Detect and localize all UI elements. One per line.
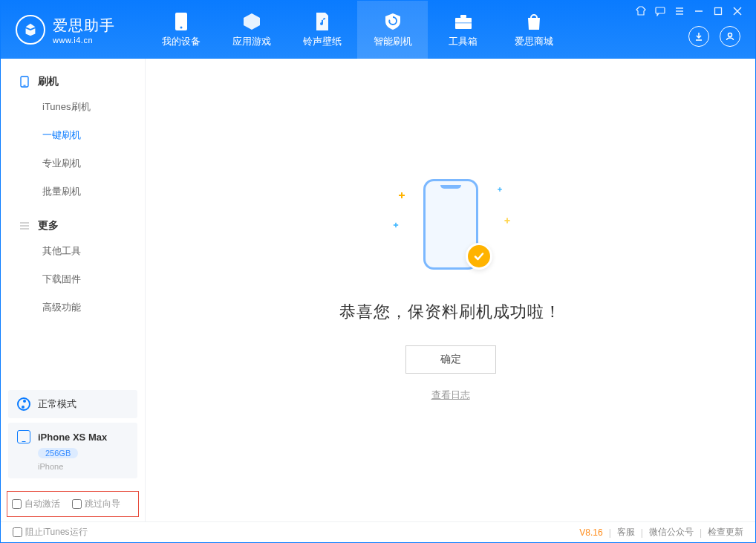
device-panel[interactable]: iPhone XS Max 256GB iPhone (8, 423, 137, 478)
app-url: www.i4.cn (53, 36, 115, 45)
tab-apps-games[interactable]: 应用游戏 (216, 1, 287, 59)
main-content: 恭喜您，保资料刷机成功啦！ 确定 查看日志 (146, 59, 755, 521)
logo-icon (16, 15, 45, 45)
svg-rect-10 (715, 8, 722, 15)
tab-my-device[interactable]: 我的设备 (146, 1, 216, 59)
skin-icon[interactable] (635, 5, 647, 17)
phone-small-icon (19, 76, 30, 88)
window-controls (635, 1, 746, 17)
device-name: iPhone XS Max (38, 432, 107, 443)
sidebar-item-advanced[interactable]: 高级功能 (1, 293, 145, 322)
mode-icon (17, 397, 30, 411)
tab-store[interactable]: 爱思商城 (498, 1, 569, 59)
sidebar-item-itunes-flash[interactable]: iTunes刷机 (1, 93, 145, 121)
view-log-link[interactable]: 查看日志 (431, 388, 470, 402)
footer-service-link[interactable]: 客服 (617, 526, 635, 539)
menu-icon[interactable] (674, 5, 685, 17)
tab-ringtone-wallpaper[interactable]: 铃声壁纸 (287, 1, 357, 59)
device-type: iPhone (38, 462, 128, 471)
success-illustration (384, 179, 518, 283)
mode-panel[interactable]: 正常模式 (8, 390, 137, 418)
footer: 阻止iTunes运行 V8.16 | 客服 | 微信公众号 | 检查更新 (1, 521, 755, 542)
sidebar-item-download-firmware[interactable]: 下载固件 (1, 265, 145, 293)
sidebar-item-pro-flash[interactable]: 专业刷机 (1, 149, 145, 178)
user-icon[interactable] (720, 26, 740, 47)
version-label: V8.16 (579, 527, 602, 538)
minimize-button[interactable] (693, 5, 705, 17)
sidebar-item-one-key-flash[interactable]: 一键刷机 (1, 121, 145, 149)
sidebar-item-other-tools[interactable]: 其他工具 (1, 237, 145, 265)
svg-rect-3 (460, 15, 466, 18)
checkbox-block-itunes[interactable]: 阻止iTunes运行 (13, 526, 88, 539)
bottom-checkbox-row: 自动激活 跳过向导 (7, 491, 139, 517)
list-icon (19, 220, 30, 232)
maximize-button[interactable] (712, 5, 724, 17)
footer-update-link[interactable]: 检查更新 (708, 526, 743, 539)
mode-label: 正常模式 (38, 397, 76, 411)
svg-point-13 (729, 33, 732, 37)
bag-icon (524, 11, 544, 32)
sidebar-group-flash: 刷机 (1, 75, 145, 88)
feedback-icon[interactable] (654, 5, 666, 17)
svg-rect-4 (455, 22, 472, 24)
ok-button[interactable]: 确定 (405, 345, 496, 374)
check-badge-icon (466, 243, 492, 270)
refresh-shield-icon (382, 11, 403, 32)
checkbox-skip-guide[interactable]: 跳过向导 (72, 498, 120, 510)
app-name: 爱思助手 (53, 16, 115, 36)
tab-toolbox[interactable]: 工具箱 (428, 1, 498, 59)
device-capacity: 256GB (38, 448, 78, 458)
sidebar-item-batch-flash[interactable]: 批量刷机 (1, 178, 145, 206)
sidebar-group-more: 更多 (1, 219, 145, 233)
device-icon (171, 11, 192, 32)
close-button[interactable] (731, 5, 743, 17)
svg-rect-5 (656, 7, 665, 13)
briefcase-icon (453, 11, 474, 32)
tab-smart-flash[interactable]: 智能刷机 (357, 1, 428, 59)
sidebar: 刷机 iTunes刷机 一键刷机 专业刷机 批量刷机 更多 其他工具 下载固件 … (1, 59, 146, 521)
cube-icon (241, 11, 262, 32)
top-tabs: 我的设备 应用游戏 铃声壁纸 智能刷机 工具箱 爱思商城 (146, 1, 569, 59)
checkbox-auto-activate[interactable]: 自动激活 (12, 498, 60, 510)
success-text: 恭喜您，保资料刷机成功啦！ (339, 301, 561, 323)
svg-point-1 (180, 27, 182, 29)
download-icon[interactable] (688, 26, 709, 47)
music-file-icon (312, 11, 333, 32)
device-small-icon (17, 430, 30, 443)
header: 爱思助手 www.i4.cn 我的设备 应用游戏 铃声壁纸 智能刷机 工具箱 爱… (1, 1, 755, 59)
footer-wechat-link[interactable]: 微信公众号 (649, 526, 694, 539)
logo-area: 爱思助手 www.i4.cn (1, 15, 146, 45)
